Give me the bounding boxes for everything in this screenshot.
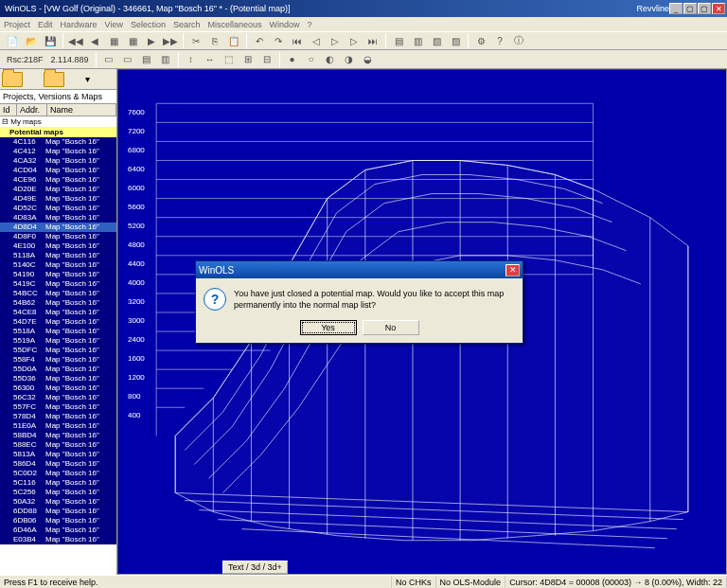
tree-item[interactable]: 5813AMap "Bosch 16" <box>0 450 116 459</box>
maximize-button[interactable]: ▢ <box>698 3 711 14</box>
menu-edit[interactable]: Edit <box>38 20 53 29</box>
tree-item[interactable]: 54CE8Map "Bosch 16" <box>0 308 116 317</box>
tree-item[interactable]: 558F4Map "Bosch 16" <box>0 355 116 365</box>
tb-prev-icon[interactable]: ◀◀ <box>67 33 84 49</box>
tree-item[interactable]: 54B62Map "Bosch 16" <box>0 298 116 308</box>
tb2-k-icon[interactable]: ○ <box>303 51 320 67</box>
tb2-f-icon[interactable]: ↔ <box>202 51 219 67</box>
tb-play-icon[interactable]: ▷ <box>327 33 344 49</box>
tree-item[interactable]: 55DFCMap "Bosch 16" <box>0 346 116 355</box>
tree-item[interactable]: 4D49EMap "Bosch 16" <box>0 194 116 204</box>
tree-item[interactable]: 588ECMap "Bosch 16" <box>0 440 116 450</box>
tb2-l-icon[interactable]: ◐ <box>322 51 339 67</box>
col-name[interactable]: Name <box>47 104 116 116</box>
tree-item[interactable]: 6DB06Map "Bosch 16" <box>0 516 116 526</box>
tree-item[interactable]: 58BD4Map "Bosch 16" <box>0 431 116 440</box>
tree-item[interactable]: 4D8F0Map "Bosch 16" <box>0 232 116 241</box>
tree-item[interactable]: 55D36Map "Bosch 16" <box>0 374 116 383</box>
col-id[interactable]: Id <box>0 104 17 116</box>
tb-view4-icon[interactable]: ▨ <box>447 33 464 49</box>
tree-item[interactable]: 557FCMap "Bosch 16" <box>0 402 116 412</box>
menu-view[interactable]: View <box>105 20 123 29</box>
restore-button[interactable]: ▢ <box>683 3 697 14</box>
tree-root-mymaps[interactable]: My maps <box>0 116 116 127</box>
dropdown-icon[interactable]: ▾ <box>85 74 90 84</box>
tree-item[interactable]: 5140CMap "Bosch 16" <box>0 260 116 270</box>
tree-item[interactable]: 4CA32Map "Bosch 16" <box>0 156 116 166</box>
tree-item[interactable]: 54190Map "Bosch 16" <box>0 270 116 279</box>
tb-redo-icon[interactable]: ↷ <box>270 33 287 49</box>
tb2-g-icon[interactable]: ⬚ <box>221 51 238 67</box>
tb-open-icon[interactable]: 📂 <box>23 33 40 49</box>
tree-item[interactable]: 5519AMap "Bosch 16" <box>0 336 116 346</box>
tree-item[interactable]: 51E0AMap "Bosch 16" <box>0 421 116 431</box>
tb-view1-icon[interactable]: ▤ <box>390 33 407 49</box>
tb-view3-icon[interactable]: ▧ <box>428 33 445 49</box>
tb2-a-icon[interactable]: ▭ <box>100 51 117 67</box>
tree-item[interactable]: 4CD04Map "Bosch 16" <box>0 166 116 175</box>
menu-selection[interactable]: Selection <box>131 20 166 29</box>
tree-item[interactable]: 4CE96Map "Bosch 16" <box>0 175 116 185</box>
tb-paste-icon[interactable]: 📋 <box>225 33 242 49</box>
tree-item[interactable]: 54D7EMap "Bosch 16" <box>0 317 116 327</box>
menu-project[interactable]: Project <box>4 20 30 29</box>
viewer-tab[interactable]: Text / 3d / 3d+ <box>222 561 288 574</box>
menu-window[interactable]: Window <box>270 20 300 29</box>
folder-open-icon[interactable] <box>2 72 23 87</box>
minimize-button[interactable]: _ <box>669 3 683 14</box>
tree-item[interactable]: 5118AMap "Bosch 16" <box>0 251 116 260</box>
tree-item[interactable]: 586D4Map "Bosch 16" <box>0 459 116 469</box>
tb-help-icon[interactable]: ? <box>491 33 508 49</box>
tb-info-icon[interactable]: ⓘ <box>510 33 527 49</box>
menu-search[interactable]: Search <box>173 20 201 29</box>
folder-icon[interactable] <box>44 72 64 87</box>
tree-item[interactable]: 4D8D4Map "Bosch 16" <box>0 223 116 232</box>
tb-new-icon[interactable]: 📄 <box>4 33 21 49</box>
tb-last-icon[interactable]: ⏭ <box>364 33 381 49</box>
tree-item[interactable]: 5419CMap "Bosch 16" <box>0 279 116 289</box>
tb-fwd-icon[interactable]: ▶▶ <box>162 33 179 49</box>
tree-item[interactable]: 50A32Map "Bosch 16" <box>0 497 116 507</box>
tree-item[interactable]: 5C116Map "Bosch 16" <box>0 478 116 488</box>
tb2-d-icon[interactable]: ▥ <box>157 51 174 67</box>
tb-prop-icon[interactable]: ⚙ <box>472 33 489 49</box>
tree-item[interactable]: 4C116Map "Bosch 16" <box>0 137 116 147</box>
close-button[interactable]: ✕ <box>712 3 725 14</box>
tb2-b-icon[interactable]: ▭ <box>119 51 136 67</box>
tb-grid-icon[interactable]: ▦ <box>105 33 122 49</box>
col-addr[interactable]: Addr. <box>17 104 47 116</box>
tree-item[interactable]: 6DD88Map "Bosch 16" <box>0 507 116 516</box>
tree-item[interactable]: 4C412Map "Bosch 16" <box>0 147 116 156</box>
map-tree[interactable]: My maps Potential maps 4C116Map "Bosch 1… <box>0 116 116 575</box>
tree-item[interactable]: 4E100Map "Bosch 16" <box>0 241 116 251</box>
tb2-h-icon[interactable]: ⊞ <box>239 51 257 67</box>
menu-misc[interactable]: Miscellaneous <box>207 20 261 29</box>
tb-copy-icon[interactable]: ⎘ <box>206 33 223 49</box>
tb-grid2-icon[interactable]: ▦ <box>124 33 141 49</box>
tb2-m-icon[interactable]: ◑ <box>341 51 358 67</box>
tree-item[interactable]: 54BCCMap "Bosch 16" <box>0 289 116 298</box>
tb-first-icon[interactable]: ⏮ <box>289 33 306 49</box>
tree-item[interactable]: 55D0AMap "Bosch 16" <box>0 365 116 374</box>
tb-save-icon[interactable]: 💾 <box>42 33 59 49</box>
tb2-i-icon[interactable]: ⊟ <box>258 51 275 67</box>
tree-item[interactable]: 4D52CMap "Bosch 16" <box>0 204 116 213</box>
tree-item[interactable]: 5518AMap "Bosch 16" <box>0 327 116 336</box>
yes-button[interactable]: Yes <box>300 320 357 335</box>
tb-cut-icon[interactable]: ✂ <box>187 33 204 49</box>
tree-item[interactable]: 5C256Map "Bosch 16" <box>0 488 116 497</box>
tree-group-potential[interactable]: Potential maps <box>0 127 116 137</box>
menu-help[interactable]: ? <box>308 20 312 29</box>
tree-item[interactable]: 5C0D2Map "Bosch 16" <box>0 469 116 478</box>
no-button[interactable]: No <box>363 320 419 335</box>
tb2-e-icon[interactable]: ↕ <box>183 51 200 67</box>
tb2-n-icon[interactable]: ◒ <box>360 51 377 67</box>
tree-item[interactable]: 56300Map "Bosch 16" <box>0 383 116 393</box>
menu-hardware[interactable]: Hardware <box>61 20 98 29</box>
tree-item[interactable]: 4D20EMap "Bosch 16" <box>0 185 116 194</box>
tb-right-icon[interactable]: ▷ <box>346 33 363 49</box>
tree-item[interactable]: 4D83AMap "Bosch 16" <box>0 213 116 223</box>
tb-next-icon[interactable]: ▶ <box>143 33 160 49</box>
tb2-j-icon[interactable]: ● <box>284 51 301 67</box>
tb-back-icon[interactable]: ◀ <box>86 33 103 49</box>
